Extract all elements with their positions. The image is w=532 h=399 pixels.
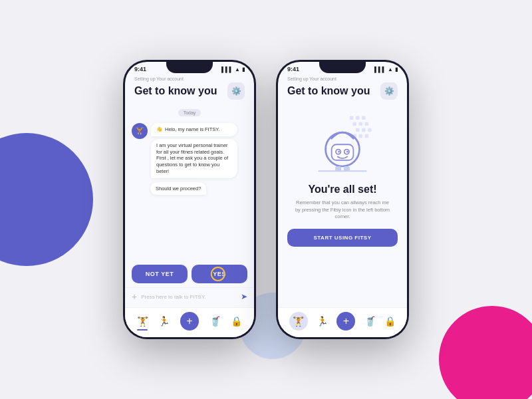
user-bubble: Should we proceed? [150, 182, 206, 195]
svg-rect-19 [335, 166, 341, 171]
svg-rect-0 [350, 116, 353, 120]
wifi-icon-2: ▲ [388, 66, 393, 72]
success-title: You're all set! [308, 184, 376, 196]
svg-rect-1 [356, 116, 359, 120]
bot-avatar: 🏋️ [132, 123, 148, 139]
phone-1-notch [166, 60, 213, 73]
setting-label-1: Setting up Your account [134, 76, 245, 81]
svg-point-17 [346, 151, 348, 153]
success-description: Remember that you can allways reach me b… [287, 200, 398, 221]
svg-rect-5 [365, 122, 368, 126]
wifi-icon: ▲ [235, 66, 240, 72]
phone-2-inner: 9:41 ▌▌▌ ▲ ▮ Setting up Your account Get… [278, 62, 407, 337]
page-title-1: Get to know you [134, 85, 217, 97]
greeting-bubble: 👋 Helo, my name is FITSY. [151, 123, 237, 136]
chat-area: Today 🏋️ 👋 Helo, my name is FITSY. I am … [125, 105, 254, 261]
nav-nutrition-2[interactable]: 🥤 [364, 316, 376, 327]
phone-1-header: Setting up Your account Get to know you … [125, 74, 254, 105]
robot-illustration [306, 113, 379, 180]
greeting-emoji: 👋 [156, 126, 162, 133]
nav-lock[interactable]: 🔒 [231, 316, 242, 327]
svg-rect-4 [359, 122, 362, 126]
settings-button-2[interactable]: ⚙️ [380, 82, 398, 100]
svg-point-16 [338, 151, 340, 153]
status-icons-1: ▌▌▌ ▲ ▮ [221, 66, 245, 72]
nav-nutrition[interactable]: 🥤 [209, 316, 221, 327]
action-buttons: NOT YET YES [125, 261, 254, 287]
nav-add-button-2[interactable]: + [336, 312, 355, 331]
input-placeholder[interactable]: Press here to talk to FITSY. [141, 294, 237, 300]
plus-icon[interactable]: + [132, 291, 137, 302]
bot-bubble-group: 👋 Helo, my name is FITSY. I am your virt… [151, 123, 237, 178]
battery-icon: ▮ [242, 66, 245, 72]
date-badge: Today [178, 109, 201, 116]
signal-icon: ▌▌▌ [221, 66, 233, 72]
bot-main-bubble: I am your virtual personal trainer for a… [151, 139, 237, 178]
signal-icon-2: ▌▌▌ [374, 66, 386, 72]
input-bar: + Press here to talk to FITSY. ➤ [125, 287, 254, 307]
greeting-text: Helo, my name is FITSY. [165, 126, 219, 133]
phone-2-header: Setting up Your account Get to know you … [278, 74, 407, 105]
svg-rect-6 [356, 128, 359, 132]
nav-run-2[interactable]: 🏃 [317, 316, 328, 327]
phones-container: 9:41 ▌▌▌ ▲ ▮ Setting up Your account Get… [0, 0, 532, 399]
svg-rect-20 [344, 166, 350, 171]
yes-button[interactable]: YES [192, 265, 247, 283]
phone-2-notch [319, 60, 366, 73]
header-row-2: Get to know you ⚙️ [287, 82, 398, 100]
header-row-1: Get to know you ⚙️ [134, 82, 245, 100]
bottom-nav-2: 🏋️ 🏃 + 🥤 🔒 [278, 307, 407, 337]
svg-rect-7 [362, 128, 365, 132]
setting-label-2: Setting up Your account [287, 76, 398, 81]
svg-rect-2 [362, 116, 365, 120]
send-button[interactable]: ➤ [241, 292, 247, 301]
settings-button-1[interactable]: ⚙️ [227, 82, 245, 100]
nav-fitness[interactable]: 🏋️ [137, 316, 148, 327]
page-title-2: Get to know you [287, 85, 370, 97]
svg-rect-10 [359, 134, 362, 138]
battery-icon-2: ▮ [395, 66, 398, 72]
nav-lock-2[interactable]: 🔒 [384, 316, 396, 327]
not-yet-button[interactable]: NOT YET [132, 265, 188, 283]
status-icons-2: ▌▌▌ ▲ ▮ [374, 66, 398, 72]
status-time-1: 9:41 [134, 66, 146, 72]
bot-message-row-1: 🏋️ 👋 Helo, my name is FITSY. I am your v… [132, 123, 247, 178]
yes-ring [211, 267, 225, 281]
svg-rect-3 [352, 122, 356, 126]
bottom-nav-1: 🏋️ 🏃 + 🥤 🔒 [125, 307, 254, 337]
phone-2: 9:41 ▌▌▌ ▲ ▮ Setting up Your account Get… [276, 60, 409, 339]
phone-1-inner: 9:41 ▌▌▌ ▲ ▮ Setting up Your account Get… [125, 62, 254, 337]
phone-1: 9:41 ▌▌▌ ▲ ▮ Setting up Your account Get… [123, 60, 256, 339]
success-content: You're all set! Remember that you can al… [278, 105, 407, 307]
nav-fitness-2-active[interactable]: 🏋️ [289, 312, 308, 331]
svg-rect-8 [368, 128, 371, 132]
start-using-button[interactable]: START USING FITSY [287, 229, 398, 247]
nav-add-button[interactable]: + [180, 312, 199, 331]
nav-run[interactable]: 🏃 [158, 316, 170, 327]
svg-rect-11 [365, 134, 368, 138]
status-time-2: 9:41 [287, 66, 299, 72]
